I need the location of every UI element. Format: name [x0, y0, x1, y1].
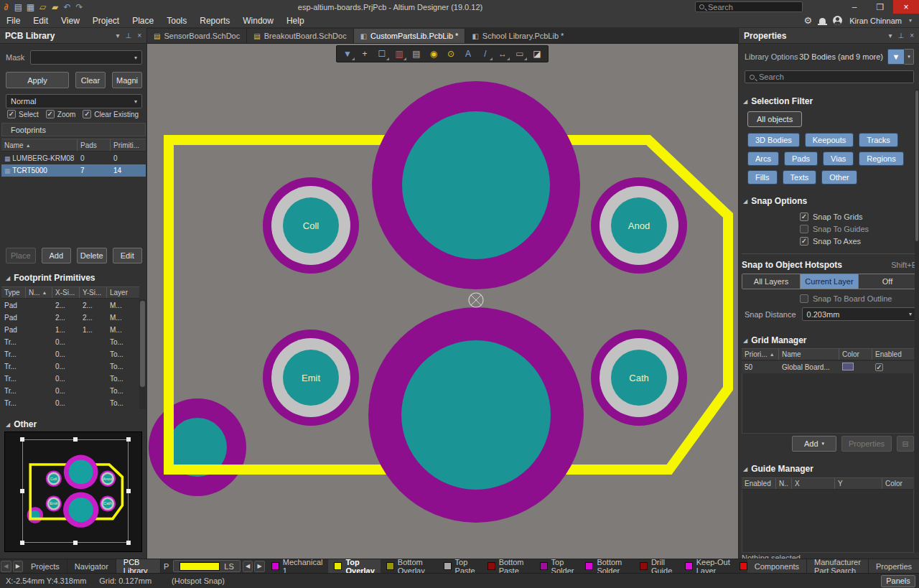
filter-other[interactable]: Other — [821, 170, 857, 185]
layer-color-swatch[interactable] — [740, 562, 747, 570]
current-layer-badge[interactable]: LS — [173, 560, 240, 572]
filter-vias[interactable]: Vias — [823, 151, 854, 166]
text-tool-icon[interactable]: A — [460, 47, 476, 61]
properties-scrollbar[interactable] — [915, 89, 919, 552]
properties-search-input[interactable]: Search — [745, 70, 914, 83]
footprints-table-header[interactable]: Name▲ Pads Primiti... — [1, 139, 146, 151]
panel-tab-components[interactable]: Components — [747, 559, 807, 574]
grid-row-global-board[interactable]: 50 Global Board... ✓ — [742, 361, 914, 373]
user-avatar[interactable] — [833, 16, 842, 25]
layer-tab-drill-guide[interactable]: Drill Guide — [634, 559, 679, 574]
grid-enabled-checkbox[interactable]: ✓ — [875, 363, 883, 371]
snap-distance-dropdown[interactable]: 0.203mm▾ — [802, 307, 917, 321]
filter-tool-icon[interactable]: ▼ — [340, 47, 355, 61]
grid-delete-trash-icon[interactable]: ⊟ — [897, 436, 914, 452]
place-button[interactable]: Place — [6, 248, 36, 263]
filter-tracks[interactable]: Tracks — [859, 133, 898, 147]
segment-current-layer[interactable]: Current Layer — [801, 274, 859, 289]
global-search-input[interactable]: Search — [695, 1, 803, 12]
mask-dropdown[interactable]: ▾ — [30, 50, 142, 65]
grid-color-swatch[interactable] — [842, 363, 854, 370]
layers-scroll-right-icon[interactable]: ▶ — [254, 561, 265, 572]
save-icon[interactable]: ▤ — [12, 1, 24, 14]
selection-handle[interactable] — [126, 541, 131, 545]
guide-manager-table-header[interactable]: Enabled N.. X Y Color — [742, 477, 914, 490]
layer-tab-keep-out[interactable]: Keep-Out Layer — [679, 559, 737, 574]
menu-tools[interactable]: Tools — [160, 16, 193, 26]
object-kinds-value[interactable]: 3D Bodies (and 9 more) — [799, 52, 883, 61]
clear-existing-checkbox[interactable]: ✓ — [83, 110, 91, 118]
layer-tab-top-solder[interactable]: Top Solder — [534, 559, 580, 574]
select-checkbox[interactable]: ✓ — [7, 110, 16, 118]
footprint-row-tcrt5000[interactable]: ▦ TCRT5000 7 14 — [1, 164, 146, 177]
selection-handle[interactable] — [20, 541, 24, 545]
footprint-primitives-section[interactable]: ◢ Footprint Primitives — [6, 273, 95, 283]
snap-to-axes-checkbox[interactable]: ✓ — [800, 237, 808, 246]
panel-tab-truncated[interactable]: P — [161, 559, 172, 574]
menu-edit[interactable]: Edit — [27, 16, 55, 26]
apply-button[interactable]: Apply — [6, 72, 69, 88]
snap-to-guides-checkbox[interactable]: ✓ — [800, 225, 808, 233]
panel-close-icon[interactable]: × — [137, 32, 141, 39]
all-objects-button[interactable]: All objects — [747, 111, 802, 127]
line-tool-icon[interactable]: / — [477, 47, 493, 61]
open-icon[interactable]: ▱ — [37, 1, 49, 14]
filter-3d-bodies[interactable]: 3D Bodies — [747, 133, 800, 147]
filter-pads[interactable]: Pads — [784, 151, 818, 166]
tab-breakoutboard[interactable]: ▤ BreakoutBoard.SchDoc — [247, 29, 353, 43]
filter-texts[interactable]: Texts — [783, 170, 817, 185]
user-menu-chevron-icon[interactable]: ▾ — [909, 17, 912, 24]
panel-tab-pcb-library[interactable]: PCB Library — [116, 559, 161, 574]
list-mode-dropdown[interactable]: Normal▾ — [6, 94, 142, 108]
snap-to-grids-checkbox[interactable]: ✓ — [800, 213, 808, 221]
menu-file[interactable]: File — [0, 16, 27, 26]
select-area-tool-icon[interactable]: ☐ — [374, 47, 390, 61]
menu-help[interactable]: Help — [280, 16, 311, 26]
pad-tool-icon[interactable]: ◉ — [426, 47, 442, 61]
selection-handle[interactable] — [126, 437, 131, 442]
tabs-scroll-left-icon[interactable]: ◀ — [1, 561, 11, 572]
via-tool-icon[interactable]: ⊙ — [443, 47, 459, 61]
delete-button[interactable]: Delete — [77, 248, 107, 263]
filter-arcs[interactable]: Arcs — [747, 151, 779, 166]
filter-dropdown-icon[interactable]: ▾ — [905, 49, 914, 65]
panel-tab-navigator[interactable]: Navigator — [67, 559, 116, 574]
coordinate-tool-icon[interactable]: ▭ — [512, 47, 528, 61]
minimize-button[interactable]: – — [841, 0, 867, 14]
save-all-icon[interactable]: ▦ — [24, 1, 37, 14]
component-tool-icon[interactable]: ▤ — [409, 47, 424, 61]
snap-options-section[interactable]: ◢ Snap Options — [743, 196, 807, 206]
primitives-scrollbar[interactable] — [139, 299, 146, 409]
filter-fills[interactable]: Fills — [747, 170, 778, 185]
filter-keepouts[interactable]: Keepouts — [805, 133, 854, 147]
close-button[interactable]: × — [893, 0, 919, 14]
menu-view[interactable]: View — [55, 16, 86, 26]
grid-manager-table-header[interactable]: Priori...▲ Name Color Enabled — [742, 348, 914, 360]
panel-tab-properties[interactable]: Properties — [869, 559, 919, 574]
panel-dropdown-icon[interactable]: ▾ — [116, 32, 119, 39]
panel-dropdown-icon[interactable]: ▾ — [888, 32, 892, 39]
footprint-row-lumberg[interactable]: ▦ LUMBERG-KRM08 0 0 — [1, 152, 146, 164]
zoom-checkbox[interactable]: ✓ — [46, 110, 55, 118]
menu-place[interactable]: Place — [126, 16, 160, 26]
panels-button[interactable]: Panels — [881, 575, 915, 587]
panel-close-icon[interactable]: × — [910, 32, 914, 39]
tabs-scroll-right-icon[interactable]: ▶ — [13, 561, 24, 572]
layer-tab-top-paste[interactable]: Top Paste — [438, 559, 482, 574]
layer-tab-bottom-paste[interactable]: Bottom Paste — [482, 559, 534, 574]
layer-tab-bottom-overlay[interactable]: Bottom Overlay — [381, 559, 438, 574]
guide-manager-section[interactable]: ◢ Guide Manager — [743, 464, 813, 474]
other-section[interactable]: ◢ Other — [6, 419, 37, 429]
grid-add-button[interactable]: Add▾ — [792, 436, 836, 452]
panel-tab-manufacturer-part-search[interactable]: Manufacturer Part Search — [807, 559, 869, 574]
filter-toggle-button[interactable]: ▼ — [887, 49, 905, 65]
pad-array-tool-icon[interactable]: ▥ — [391, 47, 407, 61]
tab-sensorboard[interactable]: ▤ SensorBoard.SchDoc — [147, 29, 247, 43]
menu-project[interactable]: Project — [86, 16, 126, 26]
layer-tab-mechanical-1[interactable]: Mechanical 1 — [266, 559, 329, 574]
layers-scroll-left-icon[interactable]: ◀ — [243, 561, 253, 572]
dimension-tool-icon[interactable]: ↔ — [495, 47, 510, 61]
snap-to-board-outline-checkbox[interactable]: ✓ — [800, 294, 808, 303]
clear-button[interactable]: Clear — [75, 72, 106, 88]
move-tool-icon[interactable]: + — [357, 47, 373, 61]
